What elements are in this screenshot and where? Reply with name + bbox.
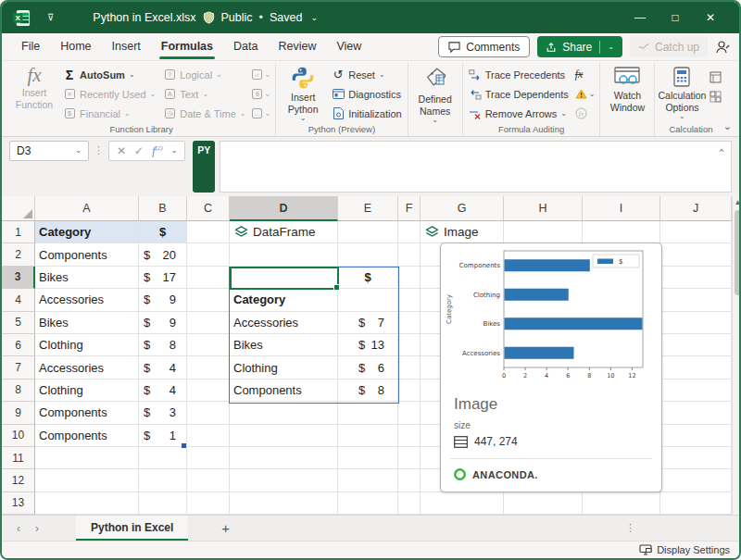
column-header-D[interactable]: D — [230, 196, 338, 221]
cell-J11[interactable] — [660, 447, 732, 469]
cell-E2[interactable] — [338, 243, 398, 266]
cell-E13[interactable] — [338, 492, 398, 515]
cell-H1[interactable] — [504, 221, 583, 243]
confirm-entry-icon[interactable]: ✓ — [134, 144, 144, 157]
trace-dependents-button[interactable]: Trace Dependents — [466, 84, 571, 104]
column-header-I[interactable]: I — [583, 196, 660, 221]
formula-input[interactable]: ⌃ #Announcing Python in Excel!DataFrame=… — [220, 141, 732, 193]
cell-E7[interactable]: $6 — [338, 356, 398, 379]
more-functions-dropdown[interactable]: …⌄ — [250, 104, 272, 123]
error-checking-button[interactable]: ⌄ — [573, 84, 597, 104]
cell-J1[interactable] — [660, 221, 732, 243]
cell-C1[interactable] — [187, 221, 230, 243]
name-box[interactable]: D3 ⌄ — [9, 141, 89, 161]
insert-python-button[interactable]: Insert Python⌄ — [279, 64, 327, 122]
collapse-formula-bar-icon[interactable]: ⌃ — [719, 144, 724, 161]
financial-button[interactable]: $Financial⌄ — [60, 104, 158, 123]
cell-J4[interactable] — [660, 289, 732, 311]
column-header-J[interactable]: J — [660, 196, 732, 221]
row-header-3[interactable]: 3 — [2, 267, 35, 289]
cell-F6[interactable] — [398, 334, 421, 356]
cell-B13[interactable] — [139, 492, 187, 515]
cell-A6[interactable]: Clothing — [35, 334, 139, 356]
remove-arrows-button[interactable]: Remove Arrows⌄ — [466, 104, 571, 123]
cell-J3[interactable] — [660, 267, 732, 289]
cell-I1[interactable] — [583, 221, 660, 243]
comments-button[interactable]: Comments — [438, 36, 530, 57]
cell-F1[interactable] — [398, 221, 421, 243]
row-header-12[interactable]: 12 — [2, 469, 35, 492]
add-sheet-button[interactable]: + — [221, 516, 230, 541]
cell-C6[interactable] — [187, 334, 230, 356]
cell-J13[interactable] — [660, 492, 732, 515]
watch-window-button[interactable]: Watch Window — [603, 64, 651, 113]
cell-C4[interactable] — [187, 289, 230, 311]
cell-D4[interactable]: Category — [230, 289, 338, 311]
cell-A3[interactable]: Bikes — [35, 267, 139, 289]
tab-insert[interactable]: Insert — [102, 33, 151, 60]
cell-F11[interactable] — [398, 447, 421, 469]
cell-B6[interactable]: $8 — [139, 334, 187, 356]
row-header-11[interactable]: 11 — [2, 447, 35, 469]
cell-D2[interactable] — [230, 243, 338, 266]
cell-D11[interactable] — [230, 447, 338, 469]
cell-D12[interactable] — [230, 469, 338, 492]
cell-E4[interactable] — [338, 289, 398, 311]
row-header-8[interactable]: 8 — [2, 380, 35, 402]
cell-E5[interactable]: $7 — [338, 312, 398, 334]
cell-C10[interactable] — [187, 425, 230, 447]
cell-A10[interactable]: Components — [35, 425, 139, 447]
row-header-13[interactable]: 13 — [2, 492, 35, 515]
tab-review[interactable]: Review — [268, 33, 326, 60]
column-header-B[interactable]: B — [139, 196, 187, 221]
row-header-9[interactable]: 9 — [2, 402, 35, 424]
initialization-button[interactable]: Initialization — [329, 104, 404, 123]
tab-scrollbar-dots-icon[interactable]: ⋮ — [625, 516, 635, 541]
cell-F8[interactable] — [398, 380, 421, 402]
people-icon[interactable] — [715, 40, 730, 54]
cell-J10[interactable] — [660, 425, 732, 447]
cell-F10[interactable] — [398, 425, 421, 447]
cell-A12[interactable] — [35, 469, 139, 492]
cell-D1[interactable]: DataFrame — [230, 221, 338, 243]
cell-F3[interactable] — [398, 267, 421, 289]
cell-J2[interactable] — [660, 243, 732, 266]
cell-E11[interactable] — [338, 447, 398, 469]
cell-B11[interactable] — [139, 447, 187, 469]
maximize-button[interactable]: □ — [658, 2, 693, 33]
reset-button[interactable]: ↺Reset⌄ — [329, 65, 404, 84]
cell-E6[interactable]: $13 — [338, 334, 398, 356]
next-sheet-icon[interactable]: › — [35, 522, 39, 535]
cell-D8[interactable]: Components — [230, 380, 338, 402]
cell-B1[interactable]: $ — [139, 221, 187, 243]
select-all-corner[interactable] — [2, 196, 35, 221]
cell-E12[interactable] — [338, 469, 398, 492]
cell-F5[interactable] — [398, 312, 421, 334]
cell-C9[interactable] — [187, 402, 230, 424]
cell-H13[interactable] — [504, 492, 583, 515]
cell-F13[interactable] — [398, 492, 421, 515]
text-button[interactable]: AText⌄ — [160, 84, 248, 104]
cell-B7[interactable]: $4 — [139, 356, 187, 379]
cell-C13[interactable] — [187, 492, 230, 515]
math-trig-dropdown[interactable]: θ⌄ — [250, 84, 272, 104]
column-header-C[interactable]: C — [187, 196, 230, 221]
vertical-scrollbar[interactable]: ▲ — [732, 196, 739, 515]
cell-B5[interactable]: $9 — [139, 312, 187, 334]
diagnostics-button[interactable]: Diagnostics — [329, 84, 404, 104]
cell-I13[interactable] — [583, 492, 660, 515]
python-image-card[interactable]: ComponentsClothingBikesAccessories024681… — [440, 243, 662, 492]
catch-up-button[interactable]: Catch up — [630, 36, 708, 57]
cell-E9[interactable] — [338, 402, 398, 424]
cell-F4[interactable] — [398, 289, 421, 311]
cell-A5[interactable]: Bikes — [35, 312, 139, 334]
defined-names-button[interactable]: Defined Names⌄ — [411, 64, 459, 124]
row-header-5[interactable]: 5 — [2, 312, 35, 334]
cell-J12[interactable] — [660, 469, 732, 492]
cell-F7[interactable] — [398, 356, 421, 379]
save-status[interactable]: Saved — [270, 11, 302, 24]
cell-C11[interactable] — [187, 447, 230, 469]
cell-A2[interactable]: Components — [35, 243, 139, 266]
chevron-down-icon[interactable]: ⌄ — [310, 13, 318, 22]
scrollbar-thumb[interactable] — [735, 210, 740, 295]
